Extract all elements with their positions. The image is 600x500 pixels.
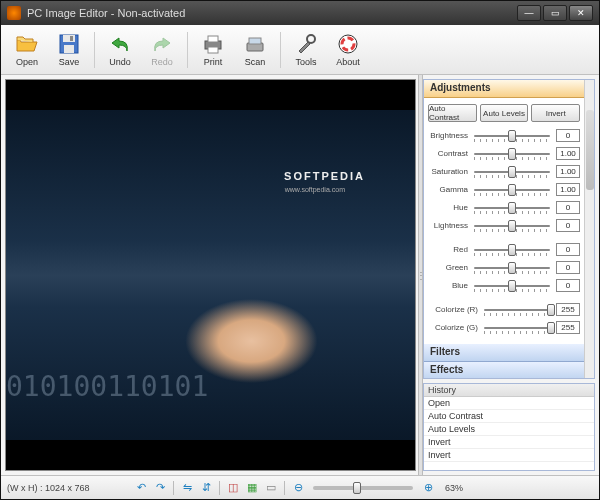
slider-track[interactable] bbox=[472, 148, 552, 160]
zoom-out-icon[interactable]: ⊖ bbox=[290, 480, 306, 496]
slider-row: Green0 bbox=[428, 260, 580, 275]
slider-row: Hue0 bbox=[428, 200, 580, 215]
slider-row: Lightness0 bbox=[428, 218, 580, 233]
rotate-right-icon[interactable]: ↷ bbox=[152, 480, 168, 496]
undo-icon bbox=[108, 32, 132, 56]
slider-value[interactable]: 0 bbox=[556, 261, 580, 274]
tools-button[interactable]: Tools bbox=[286, 28, 326, 72]
flip-vertical-icon[interactable]: ⇵ bbox=[198, 480, 214, 496]
slider-row: Colorize (G)255 bbox=[428, 320, 580, 335]
history-item[interactable]: Invert bbox=[424, 436, 594, 449]
status-dimensions: (W x H) : 1024 x 768 bbox=[7, 483, 127, 493]
minimize-button[interactable]: — bbox=[517, 5, 541, 21]
canvas-panel: 010100110101 SOFTPEDIA www.softpedia.com bbox=[5, 79, 416, 471]
slider-row: Gamma1.00 bbox=[428, 182, 580, 197]
auto-contrast-button[interactable]: Auto Contrast bbox=[428, 104, 477, 122]
slider-row: Colorize (R)255 bbox=[428, 302, 580, 317]
adjustments-header[interactable]: Adjustments bbox=[424, 80, 594, 98]
svg-rect-1 bbox=[63, 35, 75, 42]
slider-row: Red0 bbox=[428, 242, 580, 257]
history-panel: History OpenAuto ContrastAuto LevelsInve… bbox=[423, 383, 595, 471]
invert-button[interactable]: Invert bbox=[531, 104, 580, 122]
open-button[interactable]: Open bbox=[7, 28, 47, 72]
effects-header[interactable]: Effects bbox=[424, 362, 594, 379]
tools-icon bbox=[294, 32, 318, 56]
slider-row: Saturation1.00 bbox=[428, 164, 580, 179]
slider-track[interactable] bbox=[472, 184, 552, 196]
history-item[interactable]: Auto Contrast bbox=[424, 410, 594, 423]
zoom-value: 63% bbox=[445, 483, 463, 493]
history-item[interactable]: Invert bbox=[424, 449, 594, 462]
slider-value[interactable]: 1.00 bbox=[556, 165, 580, 178]
titlebar[interactable]: PC Image Editor - Non-activated — ▭ ✕ bbox=[1, 1, 599, 25]
slider-label: Colorize (R) bbox=[428, 305, 478, 314]
slider-track[interactable] bbox=[472, 220, 552, 232]
panel-scrollbar[interactable] bbox=[584, 80, 594, 378]
maximize-button[interactable]: ▭ bbox=[543, 5, 567, 21]
app-window: PC Image Editor - Non-activated — ▭ ✕ Op… bbox=[0, 0, 600, 500]
toolbar-separator bbox=[187, 32, 188, 68]
folder-open-icon bbox=[15, 32, 39, 56]
svg-rect-3 bbox=[70, 36, 73, 41]
filters-header[interactable]: Filters bbox=[424, 344, 594, 362]
image-canvas[interactable]: 010100110101 SOFTPEDIA www.softpedia.com bbox=[6, 80, 415, 470]
slider-track[interactable] bbox=[482, 322, 552, 334]
scanner-icon bbox=[243, 32, 267, 56]
slider-value[interactable]: 255 bbox=[556, 321, 580, 334]
svg-rect-5 bbox=[208, 36, 218, 42]
toolbar-separator bbox=[94, 32, 95, 68]
slider-track[interactable] bbox=[472, 202, 552, 214]
slider-value[interactable]: 0 bbox=[556, 279, 580, 292]
slider-value[interactable]: 1.00 bbox=[556, 183, 580, 196]
close-button[interactable]: ✕ bbox=[569, 5, 593, 21]
about-button[interactable]: About bbox=[328, 28, 368, 72]
grid-icon[interactable]: ▦ bbox=[244, 480, 260, 496]
slider-track[interactable] bbox=[472, 244, 552, 256]
slider-label: Red bbox=[428, 245, 468, 254]
slider-value[interactable]: 0 bbox=[556, 129, 580, 142]
main-toolbar: Open Save Undo Redo Print Scan Tools bbox=[1, 25, 599, 75]
zoom-in-icon[interactable]: ⊕ bbox=[420, 480, 436, 496]
slider-track[interactable] bbox=[482, 304, 552, 316]
statusbar: (W x H) : 1024 x 768 ↶ ↷ ⇋ ⇵ ◫ ▦ ▭ ⊖ ⊕ 6… bbox=[1, 475, 599, 499]
history-title: History bbox=[424, 384, 594, 397]
slider-track[interactable] bbox=[472, 262, 552, 274]
slider-value[interactable]: 0 bbox=[556, 243, 580, 256]
about-icon bbox=[336, 32, 360, 56]
save-button[interactable]: Save bbox=[49, 28, 89, 72]
slider-label: Blue bbox=[428, 281, 468, 290]
floppy-icon bbox=[57, 32, 81, 56]
slider-label: Hue bbox=[428, 203, 468, 212]
svg-rect-8 bbox=[249, 38, 261, 44]
window-title: PC Image Editor - Non-activated bbox=[27, 7, 517, 19]
rotate-left-icon[interactable]: ↶ bbox=[133, 480, 149, 496]
zoom-slider[interactable] bbox=[313, 486, 413, 490]
slider-row: Contrast1.00 bbox=[428, 146, 580, 161]
slider-value[interactable]: 0 bbox=[556, 219, 580, 232]
scan-button[interactable]: Scan bbox=[235, 28, 275, 72]
redo-button: Redo bbox=[142, 28, 182, 72]
slider-track[interactable] bbox=[472, 280, 552, 292]
adjustments-body: Auto Contrast Auto Levels Invert Brightn… bbox=[424, 98, 594, 344]
slider-label: Contrast bbox=[428, 149, 468, 158]
history-item[interactable]: Auto Levels bbox=[424, 423, 594, 436]
auto-levels-button[interactable]: Auto Levels bbox=[480, 104, 529, 122]
app-icon bbox=[7, 6, 21, 20]
slider-track[interactable] bbox=[472, 166, 552, 178]
slider-label: Green bbox=[428, 263, 468, 272]
svg-rect-6 bbox=[208, 47, 218, 53]
history-item[interactable]: Open bbox=[424, 397, 594, 410]
print-button[interactable]: Print bbox=[193, 28, 233, 72]
slider-value[interactable]: 0 bbox=[556, 201, 580, 214]
crop-icon[interactable]: ◫ bbox=[225, 480, 241, 496]
slider-value[interactable]: 1.00 bbox=[556, 147, 580, 160]
undo-button[interactable]: Undo bbox=[100, 28, 140, 72]
slider-label: Saturation bbox=[428, 167, 468, 176]
slider-value[interactable]: 255 bbox=[556, 303, 580, 316]
slider-label: Gamma bbox=[428, 185, 468, 194]
slider-track[interactable] bbox=[472, 130, 552, 142]
redo-icon bbox=[150, 32, 174, 56]
canvas-decoration: 010100110101 bbox=[6, 370, 415, 430]
selection-icon[interactable]: ▭ bbox=[263, 480, 279, 496]
flip-horizontal-icon[interactable]: ⇋ bbox=[179, 480, 195, 496]
